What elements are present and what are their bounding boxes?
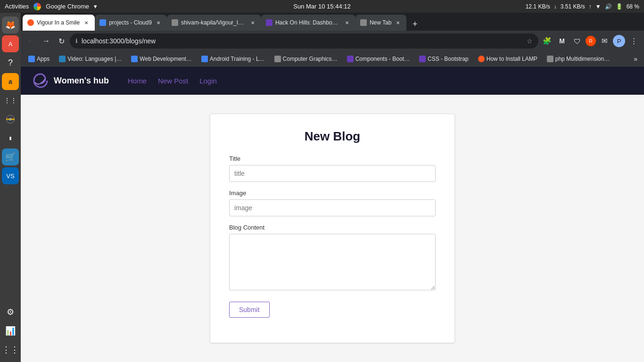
battery-label: 68 %	[627, 3, 639, 10]
net-up-icon: ↑	[589, 3, 592, 10]
chrome-browser-icon	[33, 3, 41, 10]
net-up-label: 3.51 KB/s	[561, 3, 585, 10]
os-topbar-right: 12.1 KB/s ↓ 3.51 KB/s ↑ ▼ 🔊 🔋 68 %	[526, 3, 639, 10]
activities-button[interactable]: Activities	[5, 3, 29, 10]
battery-icon: 🔋	[616, 3, 623, 10]
datetime-label: Sun Mar 10 15:44:12	[293, 3, 350, 10]
wifi-icon: ▼	[595, 3, 601, 10]
browser-name-label: Google Chrome	[46, 3, 89, 10]
dropdown-arrow-icon[interactable]: ▾	[94, 3, 97, 10]
net-down-icon: ↓	[554, 3, 557, 10]
net-down-label: 12.1 KB/s	[526, 3, 550, 10]
sound-icon: 🔊	[605, 3, 612, 10]
os-topbar: Activities Google Chrome ▾ Sun Mar 10 15…	[0, 0, 644, 13]
os-topbar-left: Activities Google Chrome ▾	[5, 3, 97, 10]
